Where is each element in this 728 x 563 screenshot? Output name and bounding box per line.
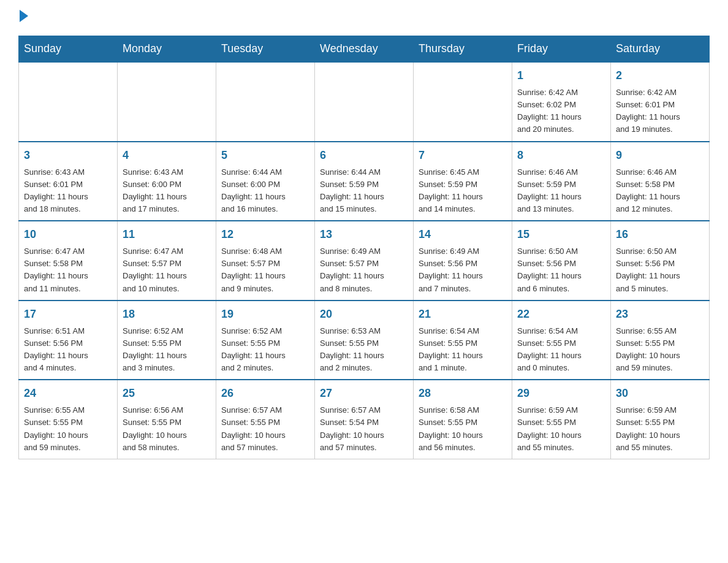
day-number: 13 — [320, 226, 408, 243]
day-number: 10 — [24, 226, 112, 243]
week-row-3: 10Sunrise: 6:47 AM Sunset: 5:58 PM Dayli… — [19, 221, 710, 301]
day-info: Sunrise: 6:44 AM Sunset: 6:00 PM Dayligh… — [221, 166, 309, 216]
day-number: 21 — [419, 306, 507, 323]
logo — [18, 12, 28, 23]
day-info: Sunrise: 6:55 AM Sunset: 5:55 PM Dayligh… — [616, 325, 704, 375]
day-info: Sunrise: 6:47 AM Sunset: 5:57 PM Dayligh… — [123, 245, 211, 295]
day-number: 9 — [616, 147, 704, 164]
day-info: Sunrise: 6:54 AM Sunset: 5:55 PM Dayligh… — [419, 325, 507, 375]
calendar-cell: 1Sunrise: 6:42 AM Sunset: 6:02 PM Daylig… — [512, 62, 611, 142]
calendar-cell: 16Sunrise: 6:50 AM Sunset: 5:56 PM Dayli… — [611, 221, 710, 301]
day-info: Sunrise: 6:43 AM Sunset: 6:01 PM Dayligh… — [24, 166, 112, 216]
calendar-cell — [315, 62, 414, 142]
weekday-header-monday: Monday — [118, 36, 216, 63]
calendar-cell: 6Sunrise: 6:44 AM Sunset: 5:59 PM Daylig… — [315, 142, 414, 221]
week-row-1: 1Sunrise: 6:42 AM Sunset: 6:02 PM Daylig… — [19, 62, 710, 142]
day-number: 30 — [616, 385, 704, 402]
calendar-cell: 28Sunrise: 6:58 AM Sunset: 5:55 PM Dayli… — [414, 380, 512, 459]
calendar-cell: 11Sunrise: 6:47 AM Sunset: 5:57 PM Dayli… — [118, 221, 216, 301]
calendar-cell: 10Sunrise: 6:47 AM Sunset: 5:58 PM Dayli… — [19, 221, 118, 301]
day-info: Sunrise: 6:57 AM Sunset: 5:55 PM Dayligh… — [221, 404, 309, 454]
calendar-table: SundayMondayTuesdayWednesdayThursdayFrid… — [18, 36, 710, 459]
day-info: Sunrise: 6:52 AM Sunset: 5:55 PM Dayligh… — [221, 325, 309, 375]
weekday-header-wednesday: Wednesday — [315, 36, 414, 63]
calendar-cell: 23Sunrise: 6:55 AM Sunset: 5:55 PM Dayli… — [611, 301, 710, 380]
logo-text — [18, 12, 28, 22]
day-number: 22 — [517, 306, 605, 323]
day-info: Sunrise: 6:42 AM Sunset: 6:01 PM Dayligh… — [616, 86, 704, 136]
weekday-header-thursday: Thursday — [414, 36, 512, 63]
calendar-cell: 14Sunrise: 6:49 AM Sunset: 5:56 PM Dayli… — [414, 221, 512, 301]
day-info: Sunrise: 6:53 AM Sunset: 5:55 PM Dayligh… — [320, 325, 408, 375]
page-header — [18, 12, 710, 23]
day-info: Sunrise: 6:42 AM Sunset: 6:02 PM Dayligh… — [517, 86, 605, 136]
day-info: Sunrise: 6:46 AM Sunset: 5:58 PM Dayligh… — [616, 166, 704, 216]
calendar-cell: 21Sunrise: 6:54 AM Sunset: 5:55 PM Dayli… — [414, 301, 512, 380]
day-info: Sunrise: 6:59 AM Sunset: 5:55 PM Dayligh… — [517, 404, 605, 454]
calendar-cell: 22Sunrise: 6:54 AM Sunset: 5:55 PM Dayli… — [512, 301, 611, 380]
day-number: 20 — [320, 306, 408, 323]
day-number: 11 — [123, 226, 211, 243]
weekday-header-saturday: Saturday — [611, 36, 710, 63]
day-number: 12 — [221, 226, 309, 243]
day-info: Sunrise: 6:50 AM Sunset: 5:56 PM Dayligh… — [517, 245, 605, 295]
day-info: Sunrise: 6:45 AM Sunset: 5:59 PM Dayligh… — [419, 166, 507, 216]
day-info: Sunrise: 6:49 AM Sunset: 5:56 PM Dayligh… — [419, 245, 507, 295]
week-row-2: 3Sunrise: 6:43 AM Sunset: 6:01 PM Daylig… — [19, 142, 710, 221]
day-info: Sunrise: 6:55 AM Sunset: 5:55 PM Dayligh… — [24, 404, 112, 454]
day-number: 1 — [517, 67, 605, 84]
calendar-cell: 18Sunrise: 6:52 AM Sunset: 5:55 PM Dayli… — [118, 301, 216, 380]
calendar-cell: 13Sunrise: 6:49 AM Sunset: 5:57 PM Dayli… — [315, 221, 414, 301]
day-info: Sunrise: 6:57 AM Sunset: 5:54 PM Dayligh… — [320, 404, 408, 454]
calendar-cell: 9Sunrise: 6:46 AM Sunset: 5:58 PM Daylig… — [611, 142, 710, 221]
day-info: Sunrise: 6:51 AM Sunset: 5:56 PM Dayligh… — [24, 325, 112, 375]
day-number: 14 — [419, 226, 507, 243]
calendar-cell: 17Sunrise: 6:51 AM Sunset: 5:56 PM Dayli… — [19, 301, 118, 380]
day-info: Sunrise: 6:43 AM Sunset: 6:00 PM Dayligh… — [123, 166, 211, 216]
day-number: 3 — [24, 147, 112, 164]
day-number: 15 — [517, 226, 605, 243]
day-info: Sunrise: 6:56 AM Sunset: 5:55 PM Dayligh… — [123, 404, 211, 454]
day-info: Sunrise: 6:48 AM Sunset: 5:57 PM Dayligh… — [221, 245, 309, 295]
calendar-cell: 15Sunrise: 6:50 AM Sunset: 5:56 PM Dayli… — [512, 221, 611, 301]
calendar-cell: 29Sunrise: 6:59 AM Sunset: 5:55 PM Dayli… — [512, 380, 611, 459]
week-row-5: 24Sunrise: 6:55 AM Sunset: 5:55 PM Dayli… — [19, 380, 710, 459]
day-number: 28 — [419, 385, 507, 402]
day-number: 8 — [517, 147, 605, 164]
weekday-header-friday: Friday — [512, 36, 611, 63]
calendar-cell: 20Sunrise: 6:53 AM Sunset: 5:55 PM Dayli… — [315, 301, 414, 380]
day-info: Sunrise: 6:47 AM Sunset: 5:58 PM Dayligh… — [24, 245, 112, 295]
calendar-cell: 4Sunrise: 6:43 AM Sunset: 6:00 PM Daylig… — [118, 142, 216, 221]
day-number: 5 — [221, 147, 309, 164]
day-number: 23 — [616, 306, 704, 323]
calendar-cell: 30Sunrise: 6:59 AM Sunset: 5:55 PM Dayli… — [611, 380, 710, 459]
calendar-cell: 27Sunrise: 6:57 AM Sunset: 5:54 PM Dayli… — [315, 380, 414, 459]
calendar-cell — [414, 62, 512, 142]
day-info: Sunrise: 6:52 AM Sunset: 5:55 PM Dayligh… — [123, 325, 211, 375]
day-number: 17 — [24, 306, 112, 323]
calendar-cell: 19Sunrise: 6:52 AM Sunset: 5:55 PM Dayli… — [216, 301, 315, 380]
day-number: 16 — [616, 226, 704, 243]
calendar-cell: 5Sunrise: 6:44 AM Sunset: 6:00 PM Daylig… — [216, 142, 315, 221]
calendar-cell: 8Sunrise: 6:46 AM Sunset: 5:59 PM Daylig… — [512, 142, 611, 221]
day-number: 2 — [616, 67, 704, 84]
day-info: Sunrise: 6:59 AM Sunset: 5:55 PM Dayligh… — [616, 404, 704, 454]
weekday-header-sunday: Sunday — [19, 36, 118, 63]
day-number: 4 — [123, 147, 211, 164]
calendar-cell — [19, 62, 118, 142]
weekday-header-tuesday: Tuesday — [216, 36, 315, 63]
day-info: Sunrise: 6:46 AM Sunset: 5:59 PM Dayligh… — [517, 166, 605, 216]
day-number: 7 — [419, 147, 507, 164]
week-row-4: 17Sunrise: 6:51 AM Sunset: 5:56 PM Dayli… — [19, 301, 710, 380]
day-number: 27 — [320, 385, 408, 402]
day-info: Sunrise: 6:58 AM Sunset: 5:55 PM Dayligh… — [419, 404, 507, 454]
day-info: Sunrise: 6:44 AM Sunset: 5:59 PM Dayligh… — [320, 166, 408, 216]
day-number: 6 — [320, 147, 408, 164]
calendar-cell: 25Sunrise: 6:56 AM Sunset: 5:55 PM Dayli… — [118, 380, 216, 459]
day-number: 26 — [221, 385, 309, 402]
calendar-cell: 24Sunrise: 6:55 AM Sunset: 5:55 PM Dayli… — [19, 380, 118, 459]
calendar-cell: 2Sunrise: 6:42 AM Sunset: 6:01 PM Daylig… — [611, 62, 710, 142]
day-number: 25 — [123, 385, 211, 402]
day-number: 19 — [221, 306, 309, 323]
day-number: 24 — [24, 385, 112, 402]
